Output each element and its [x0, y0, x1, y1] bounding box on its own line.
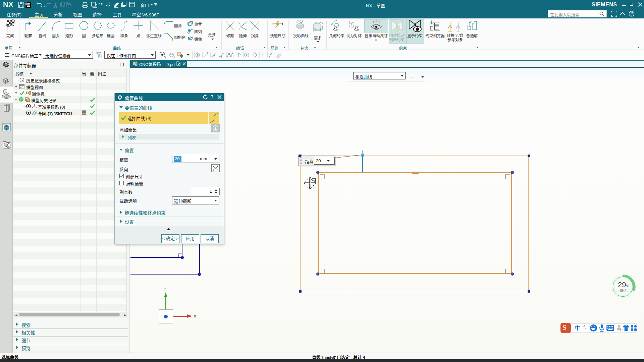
- svg-text:x: x: [375, 20, 377, 22]
